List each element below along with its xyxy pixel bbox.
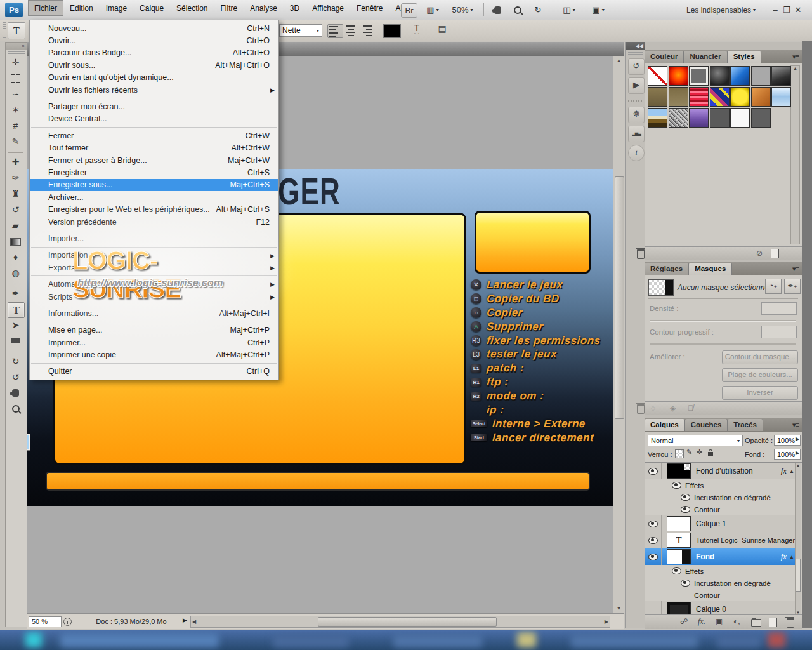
taskbar-item[interactable] bbox=[517, 632, 536, 647]
taskbar-item[interactable] bbox=[768, 632, 785, 647]
delete-layer-icon[interactable] bbox=[787, 618, 794, 628]
layer-visibility-toggle[interactable] bbox=[645, 548, 662, 565]
style-landscape-swatch[interactable] bbox=[648, 108, 667, 128]
style-noise-swatch[interactable] bbox=[669, 108, 688, 128]
layers-scrollbar[interactable]: ▲ ▼ bbox=[795, 463, 801, 616]
menubar-item-calque[interactable]: Calque bbox=[133, 0, 170, 16]
file-menu-item[interactable]: Archiver... bbox=[30, 191, 278, 203]
align-right-button[interactable] bbox=[359, 24, 374, 37]
layer-effect-row[interactable]: Contour bbox=[645, 503, 797, 516]
layer-visibility-toggle[interactable] bbox=[645, 515, 662, 532]
horizontal-scrollbar[interactable]: ◀ ▶ bbox=[190, 616, 610, 628]
scroll-right-icon[interactable]: ▶ bbox=[605, 619, 608, 625]
dock-collapse-icon[interactable]: ◀◀ bbox=[626, 42, 645, 50]
fill-arrow-icon[interactable]: ▶ bbox=[796, 450, 799, 456]
zoom-percent-field[interactable]: 50 % bbox=[29, 616, 62, 627]
marquee-tool-icon[interactable] bbox=[8, 71, 23, 86]
lock-all-icon[interactable] bbox=[708, 452, 713, 456]
density-field[interactable] bbox=[761, 302, 797, 315]
color-range-button[interactable]: Plage de couleurs... bbox=[722, 368, 798, 382]
lock-transparency-icon[interactable] bbox=[675, 449, 684, 458]
layers-tab-traces[interactable]: Tracés bbox=[728, 419, 763, 431]
taskbar-item[interactable] bbox=[717, 635, 761, 647]
menubar-item-filtre[interactable]: Filtre bbox=[214, 0, 244, 16]
file-menu-item[interactable]: Enregistrer sous...Maj+Ctrl+S bbox=[30, 179, 278, 191]
mask-from-selection-icon[interactable]: ◌ bbox=[651, 404, 655, 413]
style-yellow-swatch[interactable] bbox=[730, 87, 750, 107]
taskbar-item[interactable] bbox=[25, 632, 42, 647]
style-dark-sphere-swatch[interactable] bbox=[710, 66, 730, 86]
menubar-item-3d[interactable]: 3D bbox=[284, 0, 306, 16]
actions-panel-icon[interactable]: ▶ bbox=[628, 77, 645, 94]
styles-tab-couleur[interactable]: Couleur bbox=[645, 51, 684, 63]
style-blue-gloss-swatch[interactable] bbox=[730, 66, 750, 86]
style-white-swatch[interactable] bbox=[730, 108, 750, 128]
layer-thumbnail[interactable] bbox=[667, 463, 691, 479]
file-menu-item[interactable]: Imprimer une copieAlt+Maj+Ctrl+P bbox=[30, 348, 278, 361]
styles-tab-styles[interactable]: Styles bbox=[728, 51, 761, 63]
vertical-scrollbar[interactable]: ▲ ▼ bbox=[613, 56, 625, 613]
arrange-documents-button[interactable]: ◫▾ bbox=[557, 3, 581, 17]
file-menu-item[interactable]: Exportation▶ bbox=[30, 262, 278, 274]
new-style-icon[interactable] bbox=[771, 249, 779, 258]
layer-visibility-toggle[interactable] bbox=[645, 463, 662, 479]
current-tool-preset[interactable]: T bbox=[8, 22, 25, 39]
healing-brush-tool-icon[interactable]: ✚ bbox=[8, 155, 23, 169]
file-menu-item[interactable]: Automatisation▶ bbox=[30, 278, 278, 290]
style-purple-swatch[interactable] bbox=[689, 108, 709, 128]
windows-taskbar[interactable] bbox=[0, 630, 812, 650]
eraser-tool-icon[interactable]: ▰ bbox=[8, 218, 23, 233]
file-menu-item[interactable]: Ouvrir...Ctrl+O bbox=[30, 34, 278, 46]
menubar-item-edition[interactable]: Edition bbox=[63, 0, 100, 16]
options-grip[interactable] bbox=[3, 22, 6, 38]
new-group-icon[interactable] bbox=[751, 619, 761, 627]
masks-tab-reglages[interactable]: Réglages bbox=[645, 263, 689, 275]
toggle-panels-icon[interactable]: ▤ bbox=[435, 23, 449, 36]
feather-field[interactable] bbox=[761, 326, 797, 338]
menubar-item-analyse[interactable]: Analyse bbox=[244, 0, 284, 16]
layer-style-icon[interactable]: fx. bbox=[698, 617, 705, 627]
layer-row[interactable]: Calque 1 bbox=[645, 515, 797, 533]
feather-slider[interactable] bbox=[650, 343, 796, 345]
3d-rotate-tool-icon[interactable]: ↻ bbox=[8, 354, 23, 369]
taskbar-item[interactable] bbox=[393, 635, 482, 647]
style-blue-bevel-swatch[interactable] bbox=[771, 87, 791, 107]
lock-position-icon[interactable]: ✛ bbox=[697, 448, 702, 456]
file-menu-item[interactable]: QuitterCtrl+Q bbox=[30, 366, 278, 378]
file-menu-item[interactable]: FermerCtrl+W bbox=[30, 129, 278, 142]
file-menu-item[interactable]: Tout fermerAlt+Ctrl+W bbox=[30, 142, 278, 154]
workspace-switcher[interactable]: Les indispensables▾ bbox=[686, 3, 769, 17]
layer-visibility-toggle[interactable] bbox=[645, 532, 662, 548]
navigation-panel-icon[interactable]: ☸ bbox=[628, 107, 645, 123]
style-olive-swatch[interactable] bbox=[648, 87, 667, 107]
file-menu-item[interactable]: Fermer et passer à Bridge...Maj+Ctrl+W bbox=[30, 154, 278, 166]
menubar-item-fenetre[interactable]: Fenêtre bbox=[350, 0, 389, 16]
scroll-left-icon[interactable]: ◀ bbox=[192, 619, 196, 625]
panel-menu-icon[interactable]: ▾≡ bbox=[792, 421, 799, 429]
style-brown-swatch[interactable] bbox=[669, 87, 688, 107]
menubar-item-image[interactable]: Image bbox=[100, 0, 133, 16]
zoom-level-button[interactable]: 50%▾ bbox=[448, 3, 477, 17]
file-menu-item[interactable]: Imprimer...Ctrl+P bbox=[30, 336, 278, 348]
effect-visibility-toggle[interactable] bbox=[679, 494, 691, 501]
toolbox-grip[interactable] bbox=[8, 51, 25, 54]
style-gray-swatch[interactable] bbox=[689, 66, 709, 86]
disable-mask-icon[interactable]: 👁̸ bbox=[688, 404, 693, 413]
move-tool-icon[interactable]: ✛ bbox=[8, 55, 23, 70]
style-camo-swatch[interactable] bbox=[710, 87, 730, 107]
new-layer-icon[interactable] bbox=[769, 618, 777, 627]
styles-scrollbar[interactable]: ▲ bbox=[790, 65, 800, 244]
style-dark-gray-1-swatch[interactable] bbox=[710, 108, 730, 128]
menubar-item-selection[interactable]: Sélection bbox=[170, 0, 214, 16]
layer-effect-row[interactable]: Incrustation en dégradé bbox=[645, 491, 797, 504]
style-dark-gradient-swatch[interactable] bbox=[771, 66, 791, 86]
style-light-gray-swatch[interactable] bbox=[751, 66, 771, 86]
layer-row[interactable]: Fond d'utilisationfx▲ bbox=[645, 463, 797, 480]
antialias-dropdown[interactable]: Nette▾ bbox=[279, 24, 322, 37]
horizontal-scroll-thumb[interactable] bbox=[318, 617, 497, 627]
effect-visibility-toggle[interactable] bbox=[670, 482, 683, 489]
view-extras-button[interactable]: ▥▾ bbox=[421, 3, 444, 17]
path-selection-tool-icon[interactable]: ➤ bbox=[8, 318, 23, 333]
scroll-up-icon[interactable]: ▲ bbox=[796, 463, 801, 467]
dodge-tool-icon[interactable]: ◍ bbox=[8, 266, 23, 281]
